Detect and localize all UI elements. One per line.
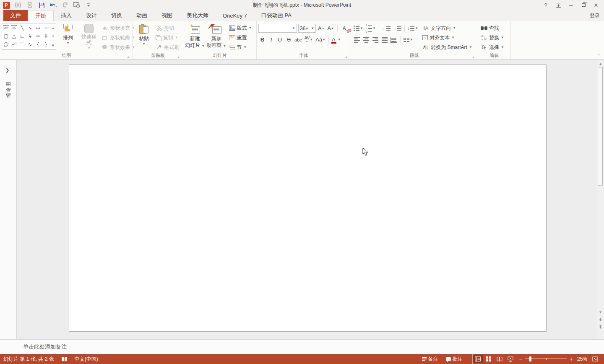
line-spacing-button[interactable]: ↕▼: [407, 24, 419, 33]
tab-home[interactable]: 开始: [28, 10, 54, 21]
notes-pane[interactable]: 单击此处添加备注: [0, 339, 604, 354]
save-icon[interactable]: [38, 1, 45, 9]
shape-freeform-icon[interactable]: [2, 40, 10, 49]
thumbnail-panel-collapsed[interactable]: ❯ 缩略图: [0, 60, 17, 339]
close-icon[interactable]: ✕: [591, 1, 601, 9]
change-case-button[interactable]: Aa▼: [315, 35, 326, 44]
paste-button[interactable]: 粘贴 ▼: [135, 22, 153, 52]
layout-button[interactable]: 版式▼: [228, 23, 253, 33]
next-slide-icon[interactable]: ▼▼: [597, 324, 604, 330]
cut-button[interactable]: 剪切: [155, 23, 180, 33]
justify-button[interactable]: [380, 35, 389, 44]
tab-koudai-donghua[interactable]: 口袋动画 PA: [254, 10, 299, 21]
format-painter-button[interactable]: 格式刷: [155, 43, 180, 52]
select-button[interactable]: 选择▼: [480, 43, 510, 52]
normal-view-button[interactable]: [472, 354, 483, 364]
numbering-button[interactable]: 123 ▼: [365, 24, 377, 33]
align-text-button[interactable]: ↕ 对齐文本▼: [422, 33, 473, 42]
shape-triangle-icon[interactable]: △: [10, 32, 18, 40]
shape-textbox-icon[interactable]: A≡: [2, 23, 10, 32]
shape-left-brace-icon[interactable]: {: [34, 40, 42, 49]
dialog-launcher-paragraph-icon[interactable]: ⌟: [472, 54, 476, 59]
text-shadow-button[interactable]: S: [285, 35, 293, 44]
shape-gallery-up-icon[interactable]: ▲: [50, 23, 56, 32]
scrollbar-thumb[interactable]: [598, 67, 603, 186]
shape-rectangle-icon[interactable]: ▭: [34, 23, 42, 32]
tab-design[interactable]: 设计: [79, 10, 104, 21]
align-center-button[interactable]: [362, 35, 370, 44]
columns-button[interactable]: ▼: [403, 35, 414, 44]
zoom-slider-thumb[interactable]: [529, 356, 531, 361]
shape-rounded-rectangle-icon[interactable]: ▢: [2, 32, 10, 40]
slideshow-view-button[interactable]: [505, 354, 516, 364]
shape-arc-icon[interactable]: ⌒: [18, 40, 26, 49]
shape-scribble-icon[interactable]: [10, 40, 18, 49]
text-direction-button[interactable]: ‖A 文字方向▼: [422, 23, 473, 33]
shape-elbow-connector-icon[interactable]: ∟: [18, 32, 26, 40]
replace-button[interactable]: ab→ac 替换▼: [480, 33, 510, 42]
decrease-font-size-button[interactable]: A▼: [327, 24, 335, 33]
shape-oval-icon[interactable]: ○: [42, 23, 50, 32]
shape-gallery-more-icon[interactable]: ═▼: [50, 41, 56, 49]
minimize-icon[interactable]: ─: [565, 1, 576, 9]
spell-check-icon[interactable]: [62, 357, 67, 361]
shape-fill-button[interactable]: 形状填充▼: [101, 23, 136, 33]
convert-to-smartart-button[interactable]: 转换为 SmartArt▼: [422, 43, 473, 52]
slide-number-indicator[interactable]: 幻灯片 第 1 张, 共 2 张: [3, 356, 54, 363]
shape-line-icon[interactable]: ╲: [18, 23, 26, 32]
tab-meihua-dashi[interactable]: 美化大师: [180, 10, 216, 21]
arrange-button[interactable]: 排列 ▼: [59, 22, 77, 52]
font-name-combo[interactable]: ▼: [258, 24, 297, 33]
distribute-text-button[interactable]: [390, 35, 398, 44]
notes-toggle-button[interactable]: 备注: [418, 354, 442, 364]
dialog-launcher-font-icon[interactable]: ⌟: [345, 54, 349, 59]
strikethrough-button[interactable]: abc: [294, 35, 303, 44]
comments-toggle-button[interactable]: 批注: [442, 354, 466, 364]
align-right-button[interactable]: [371, 35, 380, 44]
reading-view-button[interactable]: [494, 354, 505, 364]
increase-font-size-button[interactable]: A▲: [317, 24, 325, 33]
zoom-out-icon[interactable]: −: [519, 356, 523, 362]
increase-indent-button[interactable]: →: [392, 24, 402, 33]
slide-sorter-view-button[interactable]: [483, 354, 494, 364]
align-left-button[interactable]: [353, 35, 361, 44]
tab-animations[interactable]: 动画: [129, 10, 154, 21]
powerpoint-logo-icon[interactable]: P: [3, 1, 10, 9]
shape-gallery-down-icon[interactable]: ▼: [50, 32, 56, 40]
slide-canvas[interactable]: [69, 65, 547, 332]
character-spacing-button[interactable]: AV↔▼: [304, 35, 314, 44]
previous-slide-icon[interactable]: ▲▲: [597, 316, 604, 323]
zoom-slider[interactable]: [525, 356, 567, 361]
shape-right-arrow-icon[interactable]: ⇨: [34, 32, 42, 40]
shape-outline-button[interactable]: 形状轮廓▼: [101, 33, 136, 42]
expand-thumbnails-icon[interactable]: ❯: [5, 67, 9, 73]
zoom-in-icon[interactable]: +: [570, 356, 573, 362]
restore-icon[interactable]: [578, 1, 589, 9]
sign-in-link[interactable]: 登录: [590, 10, 600, 21]
decrease-indent-button[interactable]: ←: [381, 24, 391, 33]
shape-arrow-line-icon[interactable]: ↘: [26, 23, 34, 32]
customize-qat-icon[interactable]: [85, 1, 92, 9]
scroll-down-icon[interactable]: ▼: [597, 309, 604, 315]
shape-effects-button[interactable]: 形状效果▼: [101, 43, 136, 52]
start-slideshow-icon[interactable]: [73, 1, 81, 9]
dialog-launcher-clipboard-icon[interactable]: ⌟: [177, 54, 182, 59]
quick-styles-button[interactable]: 快速样式 ▼: [80, 22, 98, 52]
shape-curve-icon[interactable]: ∿: [26, 40, 34, 49]
tab-file[interactable]: 文件: [3, 10, 28, 21]
scroll-up-icon[interactable]: ▲: [597, 61, 604, 67]
new-slide-button[interactable]: 新建 幻灯片 ▼: [185, 22, 205, 52]
shape-vertical-textbox-icon[interactable]: ‖A: [10, 23, 18, 32]
tab-onekey7[interactable]: OneKey 7: [216, 10, 254, 21]
find-button[interactable]: 查找: [480, 23, 510, 33]
reset-button[interactable]: 重置: [228, 33, 253, 42]
section-button[interactable]: 节▼: [228, 43, 253, 52]
dialog-launcher-drawing-icon[interactable]: ⌟: [127, 54, 131, 59]
underline-button[interactable]: U: [276, 35, 284, 44]
ribbon-display-options-icon[interactable]: [553, 1, 564, 9]
bullets-button[interactable]: ▼: [353, 24, 364, 33]
copy-button[interactable]: 复制▼: [155, 33, 180, 42]
language-indicator[interactable]: 中文(中国): [75, 356, 98, 363]
shape-elbow-arrow-connector-icon[interactable]: ↳: [26, 32, 34, 40]
tab-view[interactable]: 视图: [154, 10, 180, 21]
